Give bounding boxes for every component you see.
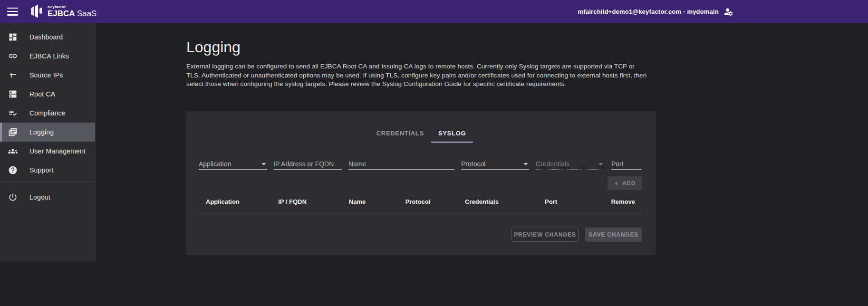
tab-syslog[interactable]: SYSLOG (431, 125, 473, 143)
sidebar-item-support[interactable]: Support (0, 161, 95, 180)
column-header-protocol: Protocol (387, 198, 448, 208)
column-header-remove: Remove (587, 198, 642, 208)
sidebar: Dashboard EJBCA Links Source IPs Root CA… (0, 23, 96, 262)
plus-icon: + (614, 180, 619, 187)
user-account-block[interactable]: mfairchild+demo1@keyfactor.com - mydomai… (578, 0, 734, 23)
playlist-check-icon (8, 108, 18, 118)
sidebar-item-label: Compliance (29, 109, 66, 117)
tab-bar: CREDENTIALS SYSLOG (186, 125, 656, 143)
topbar: Keyfactor EJBCASaaS mfairchild+demo1@key… (0, 0, 868, 23)
column-header-port: Port (515, 198, 587, 208)
sidebar-item-label: Logging (29, 128, 54, 136)
sidebar-item-user-management[interactable]: User Management (0, 142, 95, 161)
sidebar-item-label: Support (29, 166, 53, 174)
protocol-select-label: Protocol (461, 160, 485, 168)
table-header-divider (199, 213, 642, 213)
add-button[interactable]: + ADD (608, 176, 642, 190)
syslog-card: CREDENTIALS SYSLOG Application Protocol … (186, 111, 656, 255)
sidebar-item-dashboard[interactable]: Dashboard (0, 28, 95, 47)
port-input[interactable] (611, 159, 642, 169)
help-icon (8, 165, 18, 175)
ip-fqdn-input[interactable] (273, 159, 342, 169)
sidebar-item-label: User Management (29, 147, 86, 155)
chevron-down-icon (523, 163, 528, 165)
sidebar-item-compliance[interactable]: Compliance (0, 104, 95, 123)
sidebar-item-source-ips[interactable]: Source IPs (0, 66, 95, 85)
sidebar-item-label: Logout (29, 193, 50, 201)
protocol-select[interactable]: Protocol (461, 159, 529, 170)
merge-arrow-icon (8, 70, 18, 80)
application-select[interactable]: Application (199, 159, 267, 170)
card-actions: PREVIEW CHANGES SAVE CHANGES (511, 228, 642, 242)
brand-text: Keyfactor EJBCASaaS (48, 5, 96, 18)
sidebar-item-root-ca[interactable]: Root CA (0, 85, 95, 104)
chevron-down-icon (598, 163, 603, 165)
brand-keyfactor-label: Keyfactor (48, 5, 96, 9)
power-icon (8, 192, 18, 202)
port-field[interactable] (611, 159, 642, 170)
brand-product-name: EJBCA (48, 9, 75, 18)
chevron-down-icon (261, 163, 266, 165)
user-account-label: mfairchild+demo1@keyfactor.com - mydomai… (578, 8, 719, 15)
manage-account-icon[interactable] (723, 7, 733, 17)
column-header-ip-fqdn: IP / FQDN (258, 198, 327, 208)
sidebar-item-ejbca-links[interactable]: EJBCA Links (0, 47, 95, 66)
library-books-icon (8, 127, 18, 137)
column-header-name: Name (327, 198, 387, 208)
page-description: External logging can be configured to se… (186, 62, 650, 89)
sidebar-item-label: Source IPs (29, 71, 63, 79)
brand-logo: Keyfactor EJBCASaaS (29, 4, 96, 19)
syslog-table-header: Application IP / FQDN Name Protocol Cred… (199, 198, 642, 208)
sidebar-item-label: EJBCA Links (29, 52, 69, 60)
groups-icon (8, 146, 18, 156)
page-title: Logging (186, 38, 241, 56)
link-icon (8, 51, 18, 61)
ip-fqdn-field[interactable] (273, 159, 342, 170)
credentials-select-label: Credentials (536, 160, 569, 168)
sidebar-item-logging[interactable]: Logging (0, 123, 95, 142)
brand-product-suffix: SaaS (77, 9, 97, 18)
tab-credentials[interactable]: CREDENTIALS (369, 125, 431, 143)
add-button-label: ADD (622, 180, 636, 187)
preview-changes-button[interactable]: PREVIEW CHANGES (511, 228, 579, 242)
sidebar-item-label: Root CA (29, 90, 55, 98)
column-header-credentials: Credentials (448, 198, 515, 208)
save-changes-button[interactable]: SAVE CHANGES (585, 228, 642, 242)
name-input[interactable] (348, 159, 454, 169)
credentials-select: Credentials (536, 159, 604, 170)
application-select-label: Application (199, 160, 231, 168)
app-window: Keyfactor EJBCASaaS mfairchild+demo1@key… (0, 0, 868, 306)
keyfactor-bars-icon (29, 4, 44, 19)
sidebar-item-label: Dashboard (29, 33, 63, 41)
menu-hamburger-icon[interactable] (7, 8, 18, 16)
column-header-application: Application (199, 198, 258, 208)
sidebar-divider (0, 181, 95, 182)
sidebar-item-logout[interactable]: Logout (0, 188, 95, 207)
name-field[interactable] (348, 159, 454, 170)
dashboard-icon (8, 32, 18, 42)
dns-icon (8, 89, 18, 99)
